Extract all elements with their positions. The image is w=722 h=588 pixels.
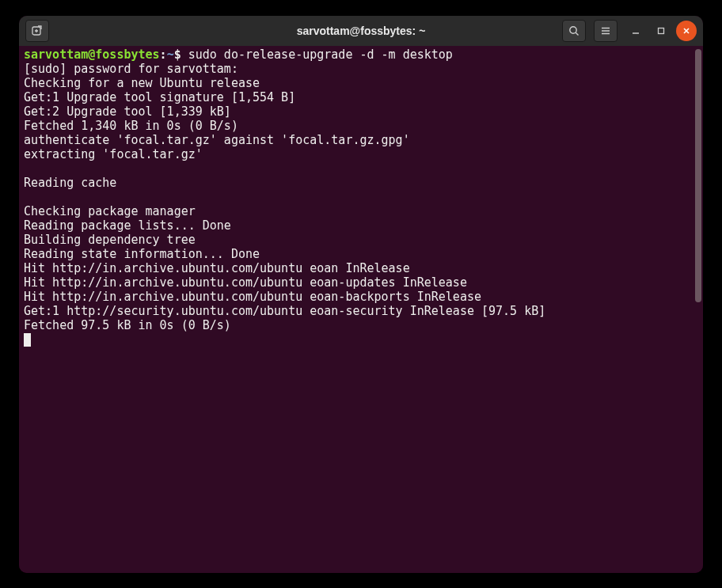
titlebar: sarvottam@fossbytes: ~ [19, 16, 703, 46]
titlebar-right-controls [562, 20, 697, 42]
titlebar-left-controls [25, 20, 52, 42]
close-icon [682, 26, 691, 36]
new-tab-icon [31, 25, 44, 37]
svg-line-4 [576, 32, 578, 35]
svg-point-3 [570, 26, 576, 32]
terminal-window: sarvottam@fossbytes: ~ sarvottam@fossbyt… [19, 16, 703, 573]
hamburger-icon [600, 25, 611, 36]
cursor [24, 333, 31, 347]
prompt-dollar: $ [174, 47, 188, 62]
prompt-path: ~ [167, 47, 174, 62]
terminal-content: sarvottam@fossbytes:~$ sudo do-release-u… [24, 47, 698, 347]
maximize-button[interactable] [651, 21, 671, 41]
minimize-button[interactable] [625, 21, 646, 41]
search-button[interactable] [562, 20, 586, 42]
command-text: sudo do-release-upgrade -d -m desktop [188, 47, 453, 62]
minimize-icon [631, 26, 640, 36]
maximize-icon [656, 26, 666, 36]
window-title: sarvottam@fossbytes: ~ [297, 25, 426, 37]
scrollbar-thumb[interactable] [695, 49, 701, 302]
search-icon [568, 25, 580, 36]
new-tab-button[interactable] [25, 20, 49, 42]
menu-button[interactable] [594, 20, 618, 42]
prompt-user-host: sarvottam@fossbytes [24, 47, 160, 62]
svg-rect-9 [659, 28, 664, 33]
close-button[interactable] [676, 21, 697, 41]
terminal-output: [sudo] password for sarvottam: Checking … [24, 62, 545, 332]
prompt-separator: : [160, 47, 167, 62]
terminal-body[interactable]: sarvottam@fossbytes:~$ sudo do-release-u… [19, 46, 703, 573]
